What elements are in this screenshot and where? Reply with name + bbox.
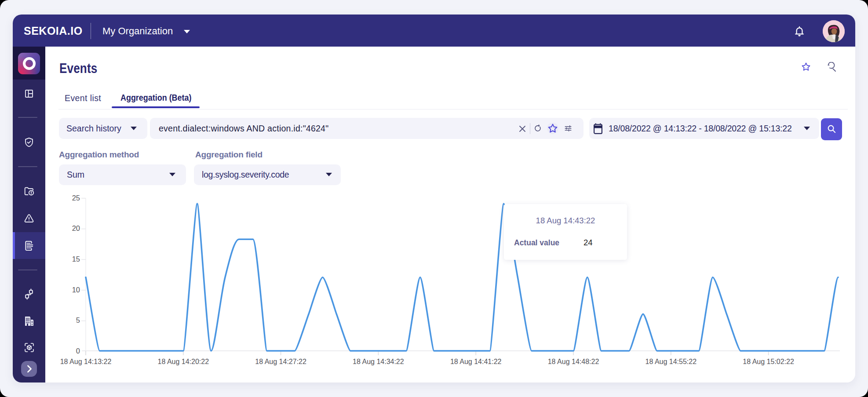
svg-text:25: 25 bbox=[72, 194, 80, 202]
svg-text:18 Aug 15:02:22: 18 Aug 15:02:22 bbox=[743, 358, 794, 365]
svg-text:18 Aug 14:27:22: 18 Aug 14:27:22 bbox=[255, 358, 306, 365]
svg-text:20: 20 bbox=[72, 224, 80, 232]
svg-text:18 Aug 14:13:22: 18 Aug 14:13:22 bbox=[60, 358, 112, 365]
svg-text:10: 10 bbox=[72, 286, 80, 294]
svg-text:0: 0 bbox=[76, 347, 80, 355]
svg-text:5: 5 bbox=[76, 316, 80, 324]
svg-text:18 Aug 14:41:22: 18 Aug 14:41:22 bbox=[450, 358, 502, 365]
svg-text:15: 15 bbox=[72, 255, 80, 263]
svg-text:18 Aug 14:55:22: 18 Aug 14:55:22 bbox=[646, 358, 697, 365]
svg-text:18 Aug 14:48:22: 18 Aug 14:48:22 bbox=[548, 358, 599, 365]
svg-text:18 Aug 14:34:22: 18 Aug 14:34:22 bbox=[353, 358, 404, 365]
svg-text:18 Aug 14:20:22: 18 Aug 14:20:22 bbox=[158, 358, 209, 365]
